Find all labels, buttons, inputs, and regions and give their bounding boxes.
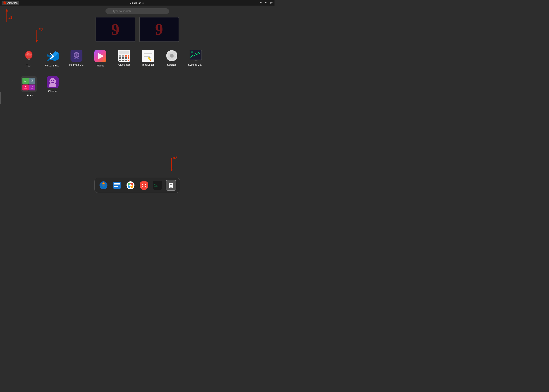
texteditor-icon <box>142 50 154 62</box>
topbar: Activities Jul 31 22:16 <box>0 0 274 6</box>
svg-point-115 <box>169 186 170 188</box>
svg-line-4 <box>261 2 262 3</box>
app-videos[interactable]: Videos <box>89 48 111 69</box>
sidebar-handle[interactable] <box>0 92 1 104</box>
svg-point-74 <box>51 80 52 81</box>
svg-rect-69 <box>31 87 33 88</box>
volume-icon[interactable] <box>265 1 268 4</box>
svg-marker-68 <box>24 86 26 88</box>
thumbnail-1-number: 9 <box>111 21 119 38</box>
cheese-icon <box>47 76 58 88</box>
window-thumbnail-2[interactable]: 9 <box>139 17 179 42</box>
app-vscode[interactable]: Visual Stud... <box>42 48 64 69</box>
svg-rect-31 <box>128 55 129 56</box>
svg-rect-34 <box>125 57 127 59</box>
tour-icon <box>22 50 35 63</box>
app-calculator[interactable]: Calculator <box>113 48 135 69</box>
svg-point-117 <box>172 186 173 188</box>
window-thumbnail-1[interactable]: 9 <box>95 17 135 42</box>
videos-icon <box>94 50 107 63</box>
folder-mini-2 <box>29 78 35 84</box>
svg-rect-108 <box>154 186 158 187</box>
calculator-icon <box>118 50 130 62</box>
svg-point-110 <box>170 183 172 184</box>
svg-rect-36 <box>119 60 121 61</box>
svg-point-73 <box>50 78 56 84</box>
svg-point-112 <box>169 184 170 186</box>
settings-label: Settings <box>167 63 177 66</box>
svg-point-75 <box>53 80 54 81</box>
annotation-1: #1 <box>3 8 11 25</box>
svg-rect-33 <box>122 57 124 59</box>
texteditor-label: Text Editor <box>142 63 154 66</box>
folder-mini-4 <box>29 84 35 91</box>
folder-mini-1 <box>22 78 29 84</box>
annotation-3-label: #3 <box>39 27 43 32</box>
svg-marker-80 <box>170 169 173 171</box>
svg-point-14 <box>27 52 29 55</box>
svg-rect-89 <box>114 186 118 187</box>
svg-rect-27 <box>119 51 129 54</box>
videos-label: Videos <box>96 64 104 67</box>
utilities-label: Utilities <box>25 94 33 97</box>
topbar-right-icons <box>260 1 273 4</box>
svg-rect-51 <box>171 59 172 61</box>
svg-rect-35 <box>128 57 129 59</box>
svg-point-20 <box>77 58 79 59</box>
app-utilities[interactable]: Utilities <box>18 74 40 98</box>
svg-marker-5 <box>265 2 266 4</box>
svg-point-113 <box>170 184 172 186</box>
svg-rect-40 <box>142 50 154 62</box>
app-podman[interactable]: Podman D... <box>65 48 87 69</box>
podman-label: Podman D... <box>69 63 84 66</box>
activities-icon <box>3 1 6 4</box>
app-texteditor[interactable]: Text Editor <box>137 48 159 69</box>
svg-rect-88 <box>114 184 120 185</box>
podman-icon <box>71 50 82 62</box>
svg-text:>_: >_ <box>154 183 157 185</box>
annotation-2-label: #2 <box>173 156 177 160</box>
vscode-icon <box>46 50 59 63</box>
app-sysmon[interactable]: CPU System Mo... <box>185 48 207 69</box>
app-settings[interactable]: Settings <box>161 48 183 69</box>
svg-rect-65 <box>31 80 33 82</box>
dock-notes[interactable] <box>112 180 122 191</box>
app-tour[interactable]: Tour <box>18 48 40 69</box>
svg-point-58 <box>170 54 173 57</box>
svg-point-116 <box>170 186 172 188</box>
svg-rect-39 <box>128 60 129 61</box>
svg-marker-78 <box>6 9 8 12</box>
vscode-label: Visual Stud... <box>45 64 60 67</box>
annotation-3: #3 <box>31 28 43 45</box>
svg-rect-38 <box>125 60 127 61</box>
svg-rect-1 <box>261 2 262 2</box>
svg-rect-28 <box>119 55 121 56</box>
svg-point-18 <box>76 54 77 56</box>
topbar-datetime: Jul 31 22:16 <box>130 1 144 4</box>
app-cheese[interactable]: Cheese <box>42 74 64 95</box>
svg-rect-52 <box>166 55 168 56</box>
activities-button[interactable]: Activities <box>2 1 19 5</box>
svg-marker-82 <box>36 40 38 43</box>
network-icon[interactable] <box>260 1 263 4</box>
svg-point-114 <box>172 184 173 186</box>
svg-point-109 <box>169 183 170 184</box>
annotation-1-label: #1 <box>8 15 12 20</box>
dock-appgrid[interactable] <box>166 180 176 191</box>
svg-text:CPU: CPU <box>190 51 193 53</box>
dock-help[interactable] <box>139 180 149 191</box>
power-icon[interactable] <box>270 1 273 4</box>
app-grid-row2: Utilities Cheese <box>0 74 274 98</box>
search-input[interactable] <box>105 8 169 14</box>
svg-rect-37 <box>122 60 124 61</box>
thumbnail-2-number: 9 <box>155 21 163 38</box>
search-wrapper: 🔍 <box>105 8 169 14</box>
svg-rect-53 <box>175 55 177 56</box>
sysmon-icon: CPU <box>190 50 202 62</box>
svg-line-3 <box>260 2 261 3</box>
svg-rect-76 <box>49 84 56 87</box>
dock-flathub[interactable] <box>125 180 136 191</box>
dock-firefox[interactable] <box>98 180 109 191</box>
dock-terminal[interactable]: >_ <box>152 180 163 191</box>
svg-rect-61 <box>194 61 198 61</box>
